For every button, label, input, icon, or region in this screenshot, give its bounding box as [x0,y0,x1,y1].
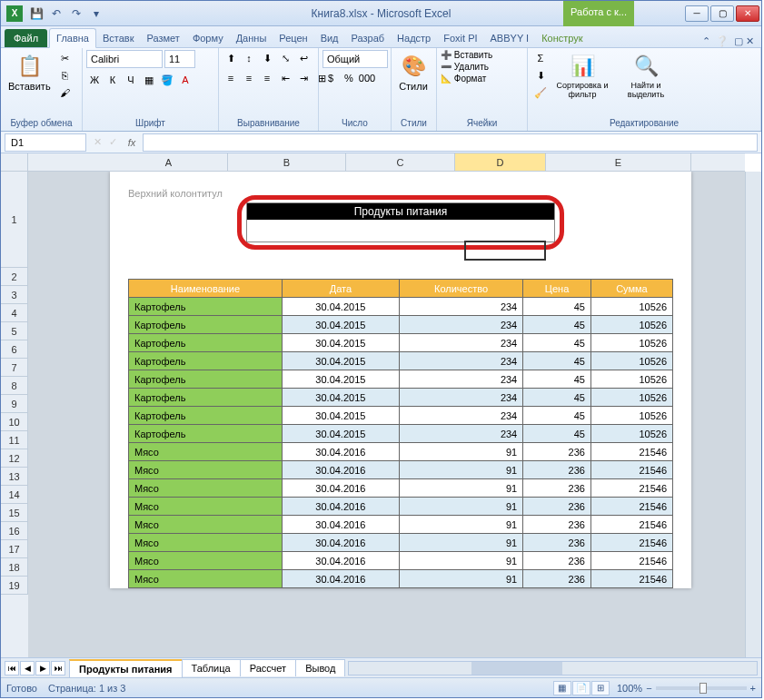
confirm-formula-icon[interactable]: ✓ [105,136,121,148]
row-header[interactable]: 10 [1,413,28,431]
table-header-cell[interactable]: Дата [282,280,399,298]
zoom-slider[interactable] [656,686,747,690]
redo-button[interactable]: ↷ [68,5,84,22]
paste-button[interactable]: 📋 Вставить [5,50,55,94]
tab-addins[interactable]: Надстр [391,29,437,47]
row-header[interactable]: 15 [1,504,28,522]
table-cell[interactable]: Картофель [129,370,283,389]
align-right-button[interactable]: ≡ [259,70,275,86]
font-size-combo[interactable]: 11 [164,50,195,68]
tab-formulas[interactable]: Форму [186,29,230,47]
qat-more-icon[interactable]: ▾ [88,5,104,22]
table-cell[interactable]: 30.04.2016 [282,461,399,479]
table-cell[interactable]: 10526 [590,316,672,334]
clear-button[interactable]: 🧹 [531,84,550,101]
col-header-c[interactable]: C [346,153,455,171]
help-icon[interactable]: ❔ [716,35,729,47]
table-cell[interactable]: Картофель [129,407,283,425]
row-header[interactable]: 2 [1,268,28,286]
cancel-formula-icon[interactable]: ✕ [90,136,105,148]
number-format-combo[interactable]: Общий [322,50,388,68]
table-cell[interactable]: 30.04.2015 [282,352,399,370]
table-cell[interactable]: 45 [523,389,591,407]
sheet-tab-products[interactable]: Продукты питания [69,659,183,677]
tab-home[interactable]: Главна [49,28,96,48]
row-header[interactable]: 13 [1,468,28,486]
table-header-cell[interactable]: Количество [399,280,522,298]
table-cell[interactable]: 236 [523,461,591,479]
table-cell[interactable]: 236 [523,498,591,516]
row-header[interactable]: 4 [1,304,28,322]
find-select-button[interactable]: 🔍 Найти и выделить [615,50,677,101]
view-page-break-button[interactable]: ⊞ [591,681,610,695]
table-cell[interactable]: 21546 [590,443,672,461]
table-cell[interactable]: 30.04.2016 [282,516,399,534]
row-header[interactable]: 16 [1,522,28,540]
maximize-button[interactable]: ▢ [710,5,734,22]
page-header-box[interactable]: Продукты питания [246,202,555,242]
bold-button[interactable]: Ж [86,72,103,88]
table-cell[interactable]: 30.04.2016 [282,534,399,552]
file-tab[interactable]: Файл [5,29,47,47]
table-cell[interactable]: Мясо [129,570,283,588]
align-left-button[interactable]: ≡ [223,70,239,86]
save-button[interactable]: 💾 [28,5,45,22]
col-header-e[interactable]: E [546,153,691,171]
comma-button[interactable]: 000 [359,70,375,86]
tab-foxit[interactable]: Foxit PI [437,29,483,47]
view-page-layout-button[interactable]: 📄 [572,681,590,695]
tab-nav-prev[interactable]: ◀ [20,661,35,675]
table-cell[interactable]: 30.04.2016 [282,479,399,498]
table-cell[interactable]: 10526 [590,425,672,443]
row-header[interactable]: 17 [1,540,28,558]
table-cell[interactable]: 234 [399,425,522,443]
sort-filter-button[interactable]: 📊 Сортировка и фильтр [551,50,613,101]
table-cell[interactable]: 10526 [590,352,672,370]
table-cell[interactable]: 10526 [590,334,672,352]
zoom-in-button[interactable]: + [750,683,756,694]
table-cell[interactable]: 45 [523,407,591,425]
table-cell[interactable]: 30.04.2015 [282,334,399,352]
table-cell[interactable]: 234 [399,298,522,316]
close-button[interactable]: ✕ [736,5,759,22]
row-header[interactable]: 19 [1,577,28,595]
percent-button[interactable]: % [341,70,357,86]
autosum-button[interactable]: Σ [531,50,550,66]
table-cell[interactable]: 236 [523,534,591,552]
zoom-out-button[interactable]: − [646,683,651,694]
table-cell[interactable]: 234 [399,370,522,389]
table-cell[interactable]: Картофель [129,389,283,407]
table-cell[interactable]: Мясо [129,552,283,570]
tab-nav-next[interactable]: ▶ [35,661,50,675]
insert-cells-button[interactable]: ➕ Вставить [441,50,492,60]
table-cell[interactable]: 45 [523,370,591,389]
row-header[interactable]: 9 [1,395,28,413]
table-cell[interactable]: 234 [399,352,522,370]
table-cell[interactable]: 21546 [590,516,672,534]
undo-button[interactable]: ↶ [48,5,64,22]
currency-button[interactable]: $ [322,70,339,86]
table-cell[interactable]: 30.04.2015 [282,370,399,389]
format-cells-button[interactable]: 📐 Формат [441,74,486,84]
col-header-d[interactable]: D [455,153,546,171]
table-cell[interactable]: 30.04.2015 [282,298,399,316]
tab-design[interactable]: Конструк [535,29,589,47]
delete-cells-button[interactable]: ➖ Удалить [441,62,489,72]
table-cell[interactable]: 21546 [590,534,672,552]
tab-layout[interactable]: Размет [141,29,186,47]
fill-button[interactable]: ⬇ [531,67,550,84]
table-cell[interactable]: 30.04.2015 [282,407,399,425]
underline-button[interactable]: Ч [123,72,139,88]
table-cell[interactable]: 236 [523,552,591,570]
table-header-cell[interactable]: Цена [523,280,591,298]
table-cell[interactable]: 21546 [590,552,672,570]
table-cell[interactable]: Мясо [129,534,283,552]
table-cell[interactable]: 91 [399,516,522,534]
col-header-a[interactable]: A [110,153,228,171]
tab-developer[interactable]: Разраб [345,29,392,47]
table-cell[interactable]: Картофель [129,316,283,334]
tab-nav-last[interactable]: ⏭ [51,661,65,675]
table-cell[interactable]: 91 [399,570,522,588]
select-all-corner[interactable] [1,153,28,172]
table-cell[interactable]: 45 [523,352,591,370]
